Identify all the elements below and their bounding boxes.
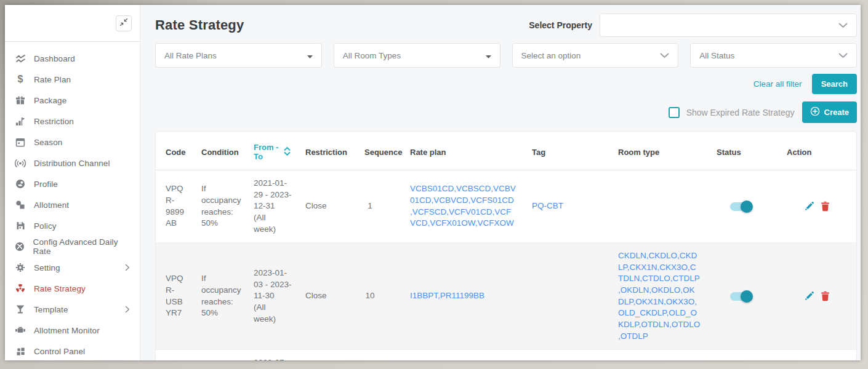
profile-icon [15, 179, 26, 189]
sidebar-item-setting[interactable]: Setting [5, 257, 140, 278]
caret-down-icon [486, 51, 491, 60]
sidebar-item-allotment-monitor[interactable]: Allotment Monitor [5, 320, 140, 341]
rate-plan-links[interactable]: PR21154BB,PR21155BB,PR21156BB,PR21157BB [400, 350, 522, 360]
action-cell [777, 350, 857, 360]
from-to-cell: 2023-07-26 - 2023-10-31 (All week) [244, 350, 295, 360]
code-cell: VPQR-9899AB [156, 170, 191, 243]
calendar-icon [15, 137, 26, 147]
table-row: VPQR-9899AB If occupancy reaches: 50% 20… [156, 170, 857, 243]
sidebar-item-package[interactable]: Package [5, 90, 140, 111]
code-cell: VPQR-U0XC33 [156, 350, 191, 360]
option-select-value: Select an option [521, 51, 581, 60]
sidebar-header [5, 5, 140, 42]
sidebar-item-dashboard[interactable]: Dashboard [5, 48, 140, 69]
status-toggle[interactable] [730, 202, 751, 211]
sidebar-item-rate-plan[interactable]: $Rate Plan [5, 69, 140, 90]
status-select-value: All Status [699, 51, 734, 60]
sidebar-item-label: Allotment Monitor [34, 326, 100, 335]
sidebar-item-label: Config Advanced Daily Rate [33, 237, 130, 256]
monitor-icon [15, 325, 26, 335]
search-button[interactable]: Search [812, 74, 857, 94]
status-select[interactable]: All Status [690, 43, 857, 68]
sidebar-item-template[interactable]: Template [5, 299, 140, 320]
rate-plan-links[interactable]: I1BBPT,PR11199BB [400, 243, 522, 350]
tag-link[interactable] [522, 243, 608, 350]
tag-link[interactable] [522, 350, 608, 360]
sidebar-item-control-panel[interactable]: Control Panel [5, 341, 140, 360]
filters-row: All Rate Plans All Room Types Select an … [155, 43, 857, 68]
chevron-right-icon [125, 264, 130, 271]
from-to-cell: 2023-01-03 - 2023-11-30 (All week) [244, 243, 295, 350]
dashboard-icon [15, 54, 26, 63]
col-header-status: Status [707, 132, 777, 170]
delete-trash-icon[interactable] [821, 291, 830, 301]
room-types-select[interactable]: All Room Types [334, 43, 500, 68]
action-cell [777, 243, 857, 350]
sidebar-item-profile[interactable]: Profile [5, 173, 140, 194]
restriction-cell: Close [295, 243, 355, 350]
col-header-sequence: Sequence [355, 132, 400, 170]
sidebar-item-season[interactable]: Season [5, 132, 140, 153]
col-header-from-to[interactable]: From - To [244, 132, 295, 170]
table-row: VPQR-USBYR7 If occupancy reaches: 50% 20… [156, 243, 857, 350]
app-window: Dashboard$Rate PlanPackageRestrictionSea… [5, 5, 861, 360]
edit-pencil-icon[interactable] [804, 201, 814, 212]
sidebar-item-label: Rate Strategy [34, 284, 86, 293]
condition-cell: If occupancy reaches: 35% [191, 350, 244, 360]
room-type-links[interactable]: CKDLN,CKDLO,CKDLP,CKX1N,CKX3O,CTDLN,CTDL… [608, 243, 707, 350]
sidebar-item-policy[interactable]: Policy [5, 215, 140, 236]
sidebar-item-restriction[interactable]: Restriction [5, 111, 140, 132]
action-cell [777, 170, 857, 243]
save-icon [15, 221, 26, 231]
from-to-cell: 2021-01-29 - 2023-12-31 (All week) [244, 170, 295, 243]
property-select[interactable] [600, 14, 857, 37]
condition-cell: If occupancy reaches: 50% [191, 170, 244, 243]
sidebar-item-label: Distribution Channel [34, 159, 110, 168]
page-title: Rate Strategy [155, 17, 244, 33]
col-header-tag: Tag [522, 132, 608, 170]
clear-all-filter-link[interactable]: Clear all filter [753, 79, 802, 89]
create-actions-row: Show Expired Rate Strategy Create [155, 101, 857, 123]
show-expired-checkbox[interactable] [669, 107, 680, 118]
sidebar-item-rate-strategy[interactable]: Rate Strategy [5, 278, 140, 299]
sidebar-item-label: Restriction [34, 117, 74, 126]
option-select[interactable]: Select an option [512, 43, 679, 68]
sidebar-item-label: Rate Plan [34, 75, 71, 84]
sidebar-item-label: Season [34, 138, 62, 147]
sidebar-item-label: Policy [34, 221, 57, 231]
sequence-cell: 10 [355, 243, 400, 350]
col-header-room-type: Room type [608, 132, 707, 170]
status-cell [707, 243, 777, 350]
sort-icon [284, 147, 291, 157]
table-header-row: Code Condition From - To Restriction Seq… [156, 132, 857, 170]
restriction-cell: Close [295, 170, 355, 243]
sidebar-collapse-button[interactable] [116, 15, 132, 31]
delete-trash-icon[interactable] [821, 201, 830, 212]
room-type-links[interactable] [608, 350, 707, 360]
sidebar-item-distribution-channel[interactable]: Distribution Channel [5, 153, 140, 173]
room-types-select-value: All Room Types [343, 51, 401, 60]
edit-pencil-icon[interactable] [804, 291, 814, 301]
sequence-cell: 1 [355, 170, 400, 243]
tag-link[interactable]: PQ-CBT [522, 170, 608, 243]
plus-circle-icon [810, 106, 820, 118]
restriction-chart-icon [15, 116, 26, 126]
collapse-icon [119, 18, 128, 29]
rate-plans-select[interactable]: All Rate Plans [155, 43, 322, 68]
room-type-links[interactable] [608, 170, 707, 243]
sidebar-item-allotment[interactable]: Allotment [5, 194, 140, 215]
caret-down-icon [307, 51, 313, 60]
week-note: (All week) [254, 302, 289, 325]
circle-x-icon [15, 242, 25, 252]
chevron-down-icon [838, 21, 848, 30]
sidebar-item-config-advanced-daily-rate[interactable]: Config Advanced Daily Rate [5, 236, 140, 257]
search-actions-row: Clear all filter Search [155, 74, 857, 94]
sidebar-item-label: Package [34, 96, 66, 105]
page-header: Rate Strategy Select Property [155, 14, 857, 37]
create-button-label: Create [824, 108, 849, 117]
status-toggle[interactable] [730, 292, 751, 301]
rate-plan-links[interactable]: VCBS01CD,VCBSCD,VCBV01CD,VCBVCD,VCFS01CD… [400, 170, 522, 243]
col-header-restriction: Restriction [295, 132, 355, 170]
col-header-rate-plan: Rate plan [400, 132, 522, 170]
create-button[interactable]: Create [802, 101, 857, 123]
